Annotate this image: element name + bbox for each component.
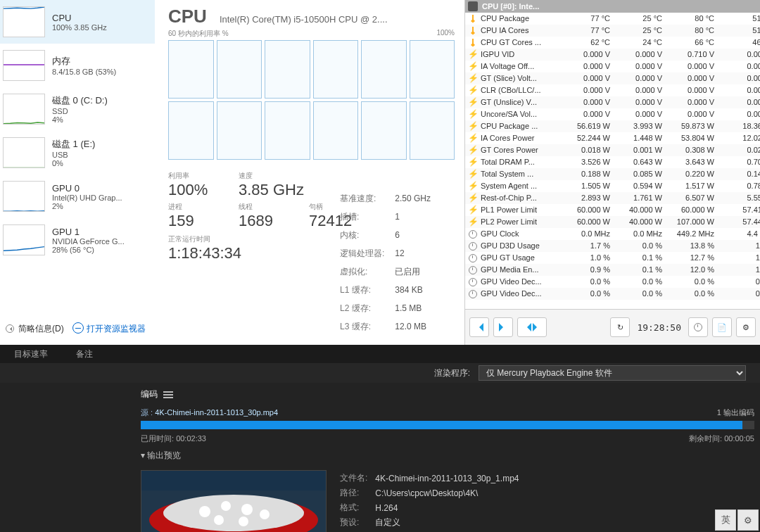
log-button[interactable]: 📄	[712, 317, 732, 337]
clock-icon[interactable]	[688, 317, 708, 337]
svg-point-2	[163, 495, 304, 531]
refresh-button[interactable]: ↻	[610, 317, 630, 337]
hwinfo-toolbar: ↻ 19:28:50 📄 ⚙	[465, 309, 760, 345]
hwinfo-row[interactable]: ⚡IA Voltage Off...0.000 V0.000 V0.000 V0…	[465, 61, 760, 72]
tab-notes[interactable]: 备注	[62, 346, 107, 363]
tm-sidebar-item[interactable]: 磁盘 1 (E:)USB0%	[0, 131, 155, 175]
render-label: 渲染程序:	[434, 367, 470, 379]
hwinfo-row[interactable]: GPU Video Dec...0.0 %0.0 %0.0 %0.0	[465, 276, 760, 288]
hwinfo-row[interactable]: GPU Media En...0.9 %0.1 %12.0 %1.0	[465, 264, 760, 276]
remain-value: 00:00:05	[724, 434, 754, 443]
cpu-core-cell	[361, 40, 407, 99]
graph-caption-left: 60 秒内的利用率 %	[168, 29, 229, 39]
output-count: 1 输出编码	[717, 407, 754, 418]
svg-point-5	[241, 504, 253, 515]
svg-point-3	[199, 506, 210, 517]
ime-settings-icon[interactable]: ⚙	[737, 509, 759, 531]
hwinfo-row[interactable]: ⚡PL2 Power Limit60.000 W40.000 W107.000 …	[465, 216, 760, 228]
hwinfo-row[interactable]: ⚡Total DRAM P...3.526 W0.643 W3.643 W0.7…	[465, 156, 760, 168]
cpu-core-cell	[313, 40, 359, 99]
open-resmon-link[interactable]: 打开资源监视器	[72, 323, 146, 335]
tm-sidebar-item[interactable]: 磁盘 0 (C: D:)SSD4%	[0, 87, 155, 131]
tm-sidebar-item[interactable]: CPU100% 3.85 GHz	[0, 0, 155, 44]
encode-progress	[141, 421, 754, 429]
hwinfo-row[interactable]: ⚡CPU Package ...56.619 W3.993 W59.873 W1…	[465, 120, 760, 132]
remain-label: 剩余时间:	[689, 434, 722, 443]
cpu-heading: CPU	[168, 6, 207, 27]
cpu-core-cell	[410, 101, 455, 160]
cpu-core-cell	[265, 101, 310, 160]
hwinfo-row[interactable]: ⚡GT (Slice) Volt...0.000 V0.000 V0.000 V…	[465, 72, 760, 84]
hwinfo-row[interactable]: ⚡PL1 Power Limit60.000 W40.000 W60.000 W…	[465, 204, 760, 216]
hwinfo-row[interactable]: ⚡Total System ...0.188 W0.085 W0.220 W0.…	[465, 168, 760, 180]
svg-point-7	[214, 515, 224, 525]
hwinfo-row[interactable]: GPU D3D Usage1.7 %0.0 %13.8 %1.4	[465, 240, 760, 252]
svg-rect-9	[141, 471, 326, 490]
ime-lang[interactable]: 英	[715, 509, 736, 531]
svg-point-8	[239, 517, 248, 526]
tm-main-panel: CPU Intel(R) Core(TM) i5-10500H CPU @ 2.…	[158, 0, 464, 303]
tab-target-rate[interactable]: 目标速率	[0, 346, 62, 363]
cpu-core-cell	[217, 40, 262, 99]
hwinfo-row[interactable]: ⚡Uncore/SA Vol...0.000 V0.000 V0.000 V0.…	[465, 108, 760, 120]
hwinfo-clock-time: 19:28:50	[637, 322, 681, 333]
tm-sidebar: CPU100% 3.85 GHz 内存8.4/15.8 GB (53%) 磁盘 …	[0, 0, 155, 303]
source-label: 源 :	[141, 408, 153, 417]
elapsed-value: 00:02:33	[176, 434, 206, 443]
hwinfo-row[interactable]: ⚡Rest-of-Chip P...2.893 W1.761 W6.507 W5…	[465, 192, 760, 204]
output-metadata: 文件名:4K-Chimei-inn-2011-1013_30p_1.mp4路径:…	[338, 470, 576, 532]
hwinfo-row[interactable]: GPU Video Dec...0.0 %0.0 %0.0 %0.0	[465, 288, 760, 300]
nav-fwd-button[interactable]	[493, 317, 513, 337]
fewer-details-button[interactable]: 简略信息(D)	[6, 323, 64, 335]
source-file: 4K-Chimei-inn-2011-1013_30p.mp4	[155, 408, 278, 417]
preview-label: 输出预览	[147, 450, 181, 460]
hwinfo-row[interactable]: ⚡GT Cores Power0.018 W0.001 W0.308 W0.02…	[465, 144, 760, 156]
svg-point-4	[221, 501, 231, 511]
task-manager-window: CPU100% 3.85 GHz 内存8.4/15.8 GB (53%) 磁盘 …	[0, 0, 465, 345]
cpu-static-info: 基准速度:2.50 GHz插槽:1内核:6逻辑处理器:12虚拟化:已启用L1 缓…	[338, 189, 433, 336]
render-engine-select[interactable]: 仅 Mercury Playback Engine 软件	[479, 365, 746, 381]
cpu-core-cell	[168, 40, 214, 99]
cpu-core-cell	[217, 101, 262, 160]
tm-sidebar-item[interactable]: GPU 1NVIDIA GeForce G...28% (56 °C)	[0, 218, 155, 262]
cpu-core-cell	[313, 101, 359, 160]
encode-section-title: 编码	[141, 388, 158, 400]
elapsed-label: 已用时间:	[141, 434, 174, 443]
hwinfo-row[interactable]: CPU GT Cores ...62 °C24 °C66 °C46 °	[465, 37, 760, 49]
hwinfo-row[interactable]: ⚡GT (Unslice) V...0.000 V0.000 V0.000 V0…	[465, 96, 760, 108]
cpu-core-cell	[361, 101, 407, 160]
svg-point-6	[260, 509, 270, 519]
cpu-core-cell	[168, 101, 214, 160]
encoder-window: 目标速率 备注 渲染程序: 仅 Mercury Playback Engine …	[0, 345, 760, 532]
ime-indicator[interactable]: 英 ⚙	[715, 509, 759, 531]
nav-back-button[interactable]	[469, 317, 489, 337]
cpu-core-cell	[410, 40, 455, 99]
encoder-tabs: 目标速率 备注	[0, 345, 760, 363]
hwinfo-row[interactable]: ⚡System Agent ...1.505 W0.594 W1.517 W0.…	[465, 180, 760, 192]
hwinfo-row[interactable]: CPU IA Cores77 °C25 °C80 °C51 °	[465, 25, 760, 37]
cpu-core-cell	[265, 40, 310, 99]
output-thumbnail	[141, 470, 327, 532]
hwinfo-row[interactable]: GPU GT Usage1.0 %0.1 %12.7 %1.1	[465, 252, 760, 264]
cpu-model: Intel(R) Core(TM) i5-10500H CPU @ 2....	[220, 14, 455, 25]
tm-sidebar-item[interactable]: GPU 0Intel(R) UHD Grap...2%	[0, 175, 155, 218]
menu-icon[interactable]	[163, 391, 173, 398]
hwinfo-row[interactable]: ⚡CLR (CBo/LLC/...0.000 V0.000 V0.000 V0.…	[465, 84, 760, 96]
hwinfo-row[interactable]: CPU Package77 °C25 °C80 °C51 °	[465, 13, 760, 25]
nav-pair-button[interactable]	[517, 317, 547, 337]
hwinfo-row[interactable]: ⚡IA Cores Power52.244 W1.448 W53.804 W12…	[465, 132, 760, 144]
hwinfo-section-header[interactable]: CPU [#0]: Inte...	[465, 0, 760, 13]
hwinfo-window: CPU [#0]: Inte... CPU Package77 °C25 °C8…	[464, 0, 760, 345]
hwinfo-row[interactable]: GPU Clock0.0 MHz0.0 MHz449.2 MHz4.4 M	[465, 228, 760, 240]
settings-button[interactable]: ⚙	[736, 317, 756, 337]
hwinfo-rows: CPU Package77 °C25 °C80 °C51 °CPU IA Cor…	[465, 13, 760, 310]
graph-caption-right: 100%	[436, 29, 455, 39]
tm-sidebar-item[interactable]: 内存8.4/15.8 GB (53%)	[0, 44, 155, 87]
cpu-core-grid[interactable]	[168, 40, 455, 160]
hwinfo-row[interactable]: ⚡IGPU VID0.000 V0.000 V0.710 V0.007	[465, 49, 760, 61]
tm-footer: 简略信息(D) 打开资源监视器	[6, 318, 459, 339]
